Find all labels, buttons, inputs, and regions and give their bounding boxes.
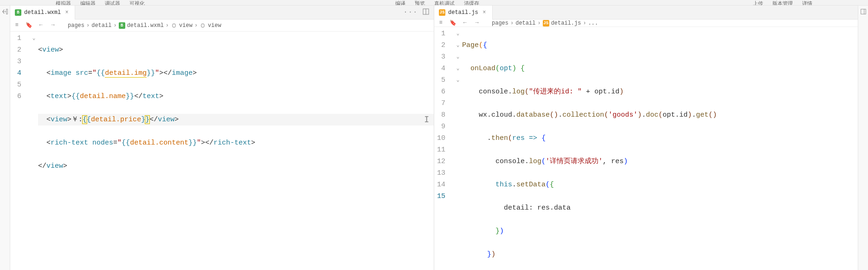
code-content[interactable]: Page({ onLoad(opt) { console.log("传进来的id… xyxy=(462,27,858,270)
right-gutter xyxy=(858,6,868,270)
menu-item[interactable]: 编辑器 xyxy=(80,0,96,5)
fold-icon[interactable]: ⌄ xyxy=(454,40,462,51)
breadcrumb-item[interactable]: ... xyxy=(588,20,598,26)
list-icon[interactable]: ≡ xyxy=(13,22,20,29)
tab-bar: B detail.wxml × ··· xyxy=(10,6,434,20)
tab-filename: detail.js xyxy=(448,9,478,16)
breadcrumb-item[interactable]: ▢view xyxy=(199,22,221,29)
element-icon: ▢ xyxy=(199,22,206,29)
breadcrumb-bar: ≡ 🔖 ← → pages › detail › JSdetail.js › .… xyxy=(434,20,858,27)
code-content[interactable]: <view> <image src="{{detail.img}}"></ima… xyxy=(38,32,434,270)
menu-item[interactable]: 预览 xyxy=(415,0,425,5)
close-icon[interactable]: × xyxy=(64,9,70,16)
bookmark-icon[interactable]: 🔖 xyxy=(449,20,457,26)
back-icon[interactable]: ← xyxy=(37,22,45,29)
wxml-file-icon: B xyxy=(119,22,125,29)
right-editor-pane: JS detail.js × ≡ 🔖 ← → pages › detail › … xyxy=(434,6,858,270)
fold-icon[interactable]: ⌄ xyxy=(454,74,462,86)
svg-rect-3 xyxy=(861,9,866,14)
breadcrumb-item[interactable]: ▢view xyxy=(171,22,193,29)
tab-filename: detail.wxml xyxy=(24,9,61,16)
fold-column: ⌄ xyxy=(30,32,38,270)
menu-item[interactable]: 清缓存 xyxy=(464,0,479,5)
code-editor-left[interactable]: 1 2 3 4 5 6 ⌄ <view> <image src="{{detai… xyxy=(10,32,434,270)
top-menu: 模拟器 编辑器 调试器 可视化 编译 预览 真机调试 清缓存 上传 版本管理 详… xyxy=(0,0,868,6)
text-cursor-icon: 𝙸 xyxy=(424,114,429,125)
chevron-right-icon: › xyxy=(537,20,540,26)
split-editor-icon[interactable] xyxy=(423,8,429,17)
element-icon: ▢ xyxy=(171,22,177,29)
back-icon[interactable]: ← xyxy=(461,20,469,26)
forward-icon[interactable]: → xyxy=(49,22,57,29)
collapse-sidebar-icon[interactable] xyxy=(2,8,8,17)
close-icon[interactable]: × xyxy=(481,9,488,16)
chevron-right-icon: › xyxy=(86,22,90,29)
bookmark-icon[interactable]: 🔖 xyxy=(25,22,32,29)
code-editor-right[interactable]: 1234 5678 9101112 131415 ⌄ ⌄ ⌄ ⌄ ⌄ Page(… xyxy=(434,27,858,270)
chevron-right-icon: › xyxy=(583,20,586,26)
menu-item[interactable]: 模拟器 xyxy=(56,0,71,5)
breadcrumb-item[interactable]: pages xyxy=(68,22,84,29)
chevron-right-icon: › xyxy=(166,22,169,29)
svg-rect-0 xyxy=(6,9,7,14)
menu-item[interactable]: 版本管理 xyxy=(772,0,793,5)
left-editor-pane: B detail.wxml × ··· ≡ 🔖 ← → pages › deta… xyxy=(10,6,434,270)
tab-actions: ··· xyxy=(404,8,434,17)
menu-item[interactable]: 真机调试 xyxy=(434,0,455,5)
js-file-icon: JS xyxy=(439,9,445,16)
split-container: B detail.wxml × ··· ≡ 🔖 ← → pages › deta… xyxy=(0,6,868,270)
breadcrumb-item[interactable]: pages xyxy=(492,20,508,26)
tab-detail-wxml[interactable]: B detail.wxml × xyxy=(10,6,75,20)
tab-bar: JS detail.js × xyxy=(434,6,858,20)
line-numbers: 1 2 3 4 5 6 xyxy=(10,32,30,270)
breadcrumb-bar: ≡ 🔖 ← → pages › detail › Bdetail.wxml › … xyxy=(10,20,434,32)
more-icon[interactable]: ··· xyxy=(404,8,418,17)
menu-item[interactable]: 可视化 xyxy=(129,0,145,5)
forward-icon[interactable]: → xyxy=(473,20,481,26)
fold-column: ⌄ ⌄ ⌄ ⌄ ⌄ xyxy=(454,27,462,270)
chevron-right-icon: › xyxy=(194,22,198,29)
fold-icon[interactable]: ⌄ xyxy=(454,51,462,63)
left-gutter xyxy=(0,6,10,270)
breadcrumb-item[interactable]: detail xyxy=(515,20,535,26)
fold-icon[interactable]: ⌄ xyxy=(454,28,462,40)
tab-detail-js[interactable]: JS detail.js × xyxy=(434,6,493,20)
line-numbers: 1234 5678 9101112 131415 xyxy=(434,27,454,270)
menu-item[interactable]: 上传 xyxy=(753,0,763,5)
js-file-icon: JS xyxy=(543,20,549,26)
wxml-file-icon: B xyxy=(15,9,21,16)
chevron-right-icon: › xyxy=(510,20,514,26)
menu-item[interactable]: 编译 xyxy=(395,0,405,5)
breadcrumb-item[interactable]: JSdetail.js xyxy=(543,20,581,26)
menu-item[interactable]: 详情 xyxy=(802,0,812,5)
menu-item[interactable]: 调试器 xyxy=(105,0,120,5)
collapse-panel-icon[interactable] xyxy=(860,8,867,17)
chevron-right-icon: › xyxy=(113,22,116,29)
list-icon[interactable]: ≡ xyxy=(437,20,444,26)
breadcrumb-item[interactable]: Bdetail.wxml xyxy=(119,22,164,29)
breadcrumb-item[interactable]: detail xyxy=(91,22,111,29)
fold-icon[interactable]: ⌄ xyxy=(30,33,38,44)
fold-icon[interactable]: ⌄ xyxy=(454,63,462,74)
